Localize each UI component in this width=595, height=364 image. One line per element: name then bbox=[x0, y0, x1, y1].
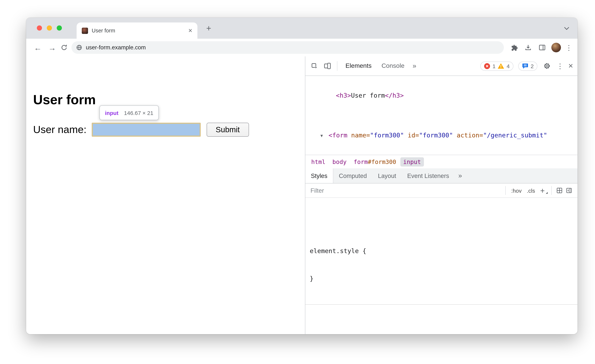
tab-computed[interactable]: Computed bbox=[333, 168, 372, 183]
page-title: User form bbox=[33, 92, 96, 107]
submit-button[interactable]: Submit bbox=[206, 123, 249, 137]
breadcrumb-form-id: #form300 bbox=[368, 158, 396, 165]
download-icon bbox=[524, 44, 532, 51]
device-icon bbox=[324, 62, 331, 70]
browser-toolbar: ← → user-form.example.com ⋮ bbox=[26, 39, 578, 56]
rule-selector: element.style bbox=[310, 247, 359, 255]
back-button[interactable]: ← bbox=[34, 44, 42, 51]
grid-icon bbox=[556, 187, 563, 194]
tab-elements[interactable]: Elements bbox=[346, 62, 372, 70]
window-controls bbox=[37, 25, 62, 31]
minimize-window-button[interactable] bbox=[47, 25, 52, 31]
close-window-button[interactable] bbox=[37, 25, 42, 31]
tab-favicon-icon bbox=[82, 28, 88, 34]
warning-icon bbox=[498, 63, 504, 69]
devtools-menu-button[interactable]: ⋮ bbox=[557, 62, 564, 70]
styles-filter-input[interactable] bbox=[310, 187, 502, 194]
error-count: 1 bbox=[492, 63, 496, 69]
issue-count: 2 bbox=[531, 63, 534, 69]
tab-console[interactable]: Console bbox=[382, 62, 404, 70]
extensions-button[interactable] bbox=[509, 43, 519, 52]
breadcrumb: html body form#form300 input bbox=[305, 155, 578, 168]
side-panel-button[interactable] bbox=[537, 43, 547, 52]
dom-node-heading[interactable]: <h3>User form</h3> bbox=[305, 91, 578, 100]
username-label: User name: bbox=[33, 124, 86, 136]
tab-title: User form bbox=[92, 28, 188, 34]
devtools-toolbar-right: 1 4 2 ⋮ × bbox=[480, 61, 573, 71]
dom-node-form-open[interactable]: ▼<form name="form300" id="form300" actio… bbox=[305, 130, 578, 140]
inspect-tooltip: input 146.67 × 21 bbox=[99, 105, 159, 120]
tab-styles[interactable]: Styles bbox=[305, 168, 333, 183]
brace-line: } bbox=[310, 274, 573, 283]
code-token: <form bbox=[329, 132, 347, 139]
inspect-element-button[interactable] bbox=[310, 61, 319, 71]
tab-strip: User form × + bbox=[26, 18, 578, 39]
close-devtools-button[interactable]: × bbox=[568, 62, 573, 70]
code-token: id= bbox=[404, 132, 419, 139]
zoom-window-button[interactable] bbox=[57, 25, 62, 31]
tooltip-element-tag: input bbox=[105, 110, 118, 116]
reload-button[interactable] bbox=[59, 43, 69, 52]
issues-badge[interactable]: 2 bbox=[518, 61, 538, 71]
styles-filter-bar: :hov .cls + bbox=[305, 184, 578, 198]
tab-event-listeners[interactable]: Event Listeners bbox=[402, 168, 454, 183]
tab-list-chevron-icon[interactable] bbox=[564, 27, 569, 30]
computed-sidebar-toggle-button[interactable] bbox=[564, 186, 574, 195]
errors-warnings-badge[interactable]: 1 4 bbox=[480, 61, 513, 71]
device-toolbar-button[interactable] bbox=[323, 61, 332, 71]
code-token: name= bbox=[347, 132, 370, 139]
settings-button[interactable] bbox=[542, 61, 552, 71]
divider bbox=[551, 186, 552, 195]
code-token: </h3> bbox=[385, 92, 404, 99]
breadcrumb-html[interactable]: html bbox=[308, 157, 328, 166]
brace: { bbox=[359, 247, 366, 255]
devtools-toolbar: Elements Console » 1 4 2 bbox=[305, 56, 578, 76]
browser-window: User form × + ← → user-form.example.com bbox=[26, 18, 578, 334]
user-form-row: User name: Submit bbox=[33, 123, 249, 137]
rule-selector-line[interactable]: element.style { bbox=[310, 246, 573, 256]
devtools-panel: Elements Console » 1 4 2 bbox=[305, 56, 578, 334]
element-classes-button[interactable]: .cls bbox=[527, 187, 535, 194]
new-style-rule-caret-icon bbox=[546, 192, 548, 194]
code-token: User form bbox=[351, 92, 385, 99]
address-bar[interactable]: user-form.example.com bbox=[71, 41, 504, 54]
code-token: action= bbox=[453, 132, 483, 139]
toolbar-actions: ⋮ bbox=[509, 43, 572, 52]
divider bbox=[505, 186, 506, 195]
breadcrumb-input[interactable]: input bbox=[400, 157, 424, 166]
profile-avatar[interactable] bbox=[551, 43, 561, 52]
code-token: "/generic_submit" bbox=[483, 132, 547, 139]
code-token: "form300" bbox=[370, 132, 404, 139]
tab-close-icon[interactable]: × bbox=[188, 27, 192, 34]
toggle-element-state-button[interactable]: :hov bbox=[511, 187, 522, 194]
expander-icon[interactable]: ▼ bbox=[320, 131, 323, 141]
downloads-button[interactable] bbox=[523, 43, 533, 52]
error-icon bbox=[484, 63, 490, 69]
web-page: User form input 146.67 × 21 User name: S… bbox=[26, 56, 305, 334]
more-sidebar-tabs-button[interactable]: » bbox=[455, 168, 466, 183]
new-style-rule-button[interactable]: + bbox=[540, 187, 545, 194]
content-area: User form input 146.67 × 21 User name: S… bbox=[26, 56, 578, 334]
breadcrumb-body[interactable]: body bbox=[329, 157, 349, 166]
code-token: <h3> bbox=[336, 92, 351, 99]
reload-icon bbox=[60, 44, 68, 51]
breadcrumb-form[interactable]: form#form300 bbox=[351, 157, 399, 166]
tab-layout[interactable]: Layout bbox=[372, 168, 402, 183]
browser-tab[interactable]: User form × bbox=[77, 22, 198, 39]
divider bbox=[337, 61, 337, 71]
url-text: user-form.example.com bbox=[86, 44, 146, 51]
more-panels-button[interactable]: » bbox=[413, 62, 416, 70]
side-panel-icon bbox=[538, 44, 546, 51]
puzzle-icon bbox=[510, 44, 518, 51]
rendering-grid-button[interactable] bbox=[555, 186, 564, 195]
breadcrumb-form-tag: form bbox=[354, 158, 368, 165]
new-tab-button[interactable]: + bbox=[206, 23, 211, 33]
browser-menu-button[interactable]: ⋮ bbox=[565, 43, 572, 52]
styles-pane: element.style { } user agent stylesheet … bbox=[305, 198, 578, 334]
elements-tree: <h3>User form</h3> ▼<form name="form300"… bbox=[305, 76, 578, 155]
forward-button[interactable]: → bbox=[48, 44, 56, 51]
code-token: "form300" bbox=[419, 132, 453, 139]
site-info-globe-icon[interactable] bbox=[76, 45, 82, 50]
style-rule-element: element.style { } bbox=[305, 225, 578, 305]
username-input[interactable] bbox=[92, 123, 200, 137]
